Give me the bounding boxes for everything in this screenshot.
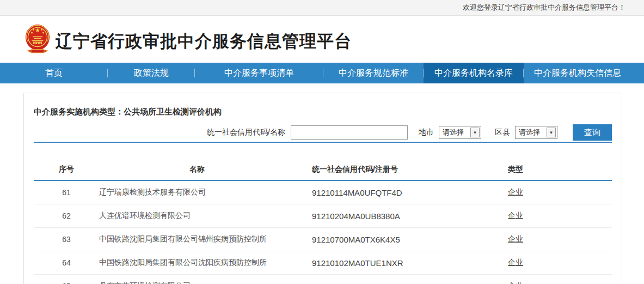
nav-item-label: 中介服务事项清单 — [224, 68, 294, 77]
nav-item-label: 政策法规 — [134, 68, 169, 77]
topbar: 欢迎您登录辽宁省行政审批中介服务信息管理平台！ — [0, 0, 644, 16]
nav-item-label: 中介服务机构失信信息 — [534, 68, 621, 77]
table-row: 65 丹东市蓝环境检测有限公司 91210603MA0TU9KY9D 企业 — [34, 275, 612, 284]
nav-item[interactable]: 政策法规 — [108, 63, 195, 83]
table-row: 62 大连优谱环境检测有限公司 91210204MA0UB8380A 企业 — [34, 204, 612, 228]
table-row: 64 中国铁路沈阳局集团有限公司沈阳疾病预防控制所 91210102MA0TUE… — [34, 251, 612, 275]
table-header-row: 序号 名称 统一社会信用代码/注册号 类型 — [34, 143, 612, 181]
content-panel: 中介服务实施机构类型：公共场所卫生检测评价机构 统一社会信用代码/名称 地市 请… — [23, 93, 622, 284]
org-type-link[interactable]: 企业 — [508, 211, 523, 220]
nav-item-label: 中介服务机构名录库 — [434, 68, 513, 77]
district-select[interactable]: 请选择 ▼ — [515, 126, 557, 139]
row-index: 62 — [34, 212, 99, 220]
org-type-link[interactable]: 企业 — [508, 258, 523, 267]
credit-code: 91210114MA0UFQTF4D — [295, 188, 469, 197]
org-name: 中国铁路沈阳局集团有限公司沈阳疾病预防控制所 — [99, 258, 295, 268]
chevron-down-icon: ▼ — [470, 128, 480, 137]
credit-code: 91210700MA0TX6K4X5 — [295, 235, 469, 244]
nav-item-label: 中介服务规范标准 — [339, 68, 408, 77]
search-toolbar: 统一社会信用代码/名称 地市 请选择 ▼ 区县 请选择 ▼ 查询 — [34, 124, 612, 141]
table-row: 63 中国铁路沈阳局集团有限公司锦州疾病预防控制所 91210700MA0TX6… — [34, 228, 612, 251]
row-index: 63 — [34, 235, 99, 244]
chevron-down-icon: ▼ — [547, 128, 556, 137]
city-label: 地市 — [419, 128, 434, 137]
org-type-link[interactable]: 企业 — [508, 281, 523, 284]
section-title: 中介服务实施机构类型：公共场所卫生检测评价机构 — [34, 107, 612, 117]
nav-item[interactable]: 中介服务机构名录库 — [424, 63, 524, 83]
query-button[interactable]: 查询 — [573, 124, 612, 141]
site-title: 辽宁省行政审批中介服务信息管理平台 — [56, 30, 352, 53]
district-label: 区县 — [495, 128, 510, 137]
col-header-type: 类型 — [469, 165, 562, 174]
credit-code: 91210102MA0TUE1NXR — [295, 258, 469, 268]
city-select-value: 请选择 — [443, 128, 464, 137]
keyword-input[interactable] — [291, 125, 408, 140]
row-index: 61 — [34, 188, 99, 197]
site-header: 辽宁省行政审批中介服务信息管理平台 — [0, 16, 644, 63]
nav-item-label: 首页 — [45, 68, 63, 77]
nav-item[interactable]: 中介服务机构失信信息 — [524, 63, 631, 83]
nav-item[interactable]: 中介服务事项清单 — [195, 63, 323, 83]
nav-item[interactable]: 首页 — [0, 63, 108, 83]
col-header-name: 名称 — [99, 165, 295, 174]
main-nav: 首页 政策法规 中介服务事项清单 中介服务规范标准 中介服务机构名录库 中介服务… — [0, 63, 644, 83]
national-emblem-logo — [25, 23, 50, 55]
table-body: 61 辽宁瑞康检测技术服务有限公司 91210114MA0UFQTF4D 企业 … — [34, 181, 612, 284]
credit-code: 91210204MA0UB8380A — [295, 212, 469, 221]
credit-code: 91210603MA0TU9KY9D — [295, 282, 469, 284]
org-name: 丹东市蓝环境检测有限公司 — [99, 281, 295, 284]
org-name: 中国铁路沈阳局集团有限公司锦州疾病预防控制所 — [99, 234, 295, 244]
nav-list: 首页 政策法规 中介服务事项清单 中介服务规范标准 中介服务机构名录库 中介服务… — [0, 63, 644, 83]
table-row: 61 辽宁瑞康检测技术服务有限公司 91210114MA0UFQTF4D 企业 — [34, 181, 612, 204]
org-name: 大连优谱环境检测有限公司 — [99, 211, 295, 221]
org-type-link[interactable]: 企业 — [508, 188, 523, 196]
col-header-index: 序号 — [34, 165, 99, 174]
org-type-link[interactable]: 企业 — [508, 234, 523, 243]
row-index: 64 — [34, 258, 99, 267]
city-select[interactable]: 请选择 ▼ — [439, 126, 481, 139]
welcome-text: 欢迎您登录辽宁省行政审批中介服务信息管理平台！ — [463, 3, 625, 11]
row-index: 65 — [34, 282, 99, 284]
keyword-label: 统一社会信用代码/名称 — [207, 128, 285, 137]
district-select-value: 请选择 — [519, 128, 540, 137]
org-name: 辽宁瑞康检测技术服务有限公司 — [99, 188, 295, 197]
col-header-code: 统一社会信用代码/注册号 — [295, 165, 469, 174]
nav-item[interactable]: 中介服务规范标准 — [323, 63, 424, 83]
